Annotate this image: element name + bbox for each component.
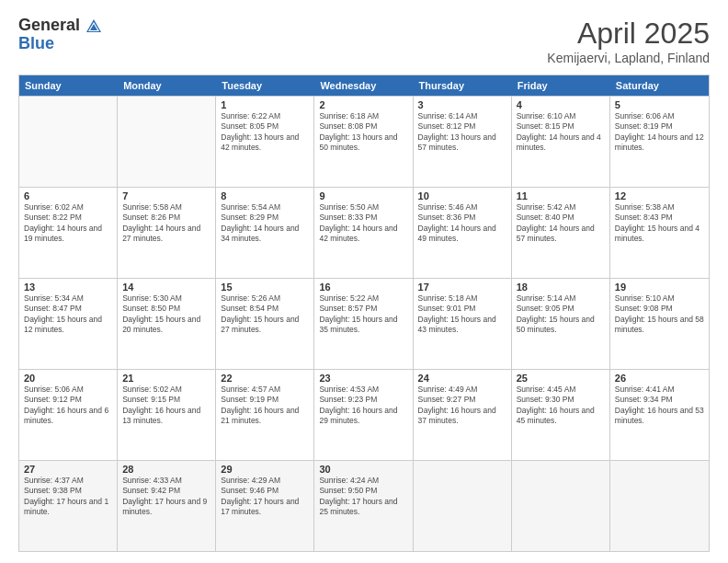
- day-number: 8: [221, 190, 309, 201]
- calendar-cell: 16Sunrise: 5:22 AMSunset: 8:57 PMDayligh…: [314, 279, 413, 369]
- calendar-cell: 9Sunrise: 5:50 AMSunset: 8:33 PMDaylight…: [314, 188, 413, 278]
- day-number: 10: [418, 190, 506, 201]
- calendar-cell: 2Sunrise: 6:18 AMSunset: 8:08 PMDaylight…: [314, 97, 413, 187]
- calendar-cell: 21Sunrise: 5:02 AMSunset: 9:15 PMDayligh…: [118, 370, 216, 460]
- cell-content: Sunrise: 5:02 AMSunset: 9:15 PMDaylight:…: [122, 385, 210, 427]
- cell-content: Sunrise: 5:54 AMSunset: 8:29 PMDaylight:…: [221, 202, 309, 245]
- calendar-cell: 19Sunrise: 5:10 AMSunset: 9:08 PMDayligh…: [610, 279, 709, 369]
- cell-content: Sunrise: 5:06 AMSunset: 9:12 PMDaylight:…: [24, 385, 112, 427]
- header-sunday: Sunday: [19, 75, 118, 96]
- day-number: 24: [418, 373, 506, 384]
- calendar-cell: 8Sunrise: 5:54 AMSunset: 8:29 PMDaylight…: [216, 188, 314, 278]
- day-number: 7: [122, 190, 210, 201]
- cell-content: Sunrise: 5:30 AMSunset: 8:50 PMDaylight:…: [122, 293, 210, 336]
- cell-content: Sunrise: 5:46 AMSunset: 8:36 PMDaylight:…: [418, 202, 506, 245]
- logo-general: General: [18, 17, 102, 35]
- logo-icon: [85, 17, 102, 34]
- day-number: 9: [319, 190, 407, 201]
- calendar-header: Sunday Monday Tuesday Wednesday Thursday…: [19, 75, 709, 96]
- day-number: 28: [122, 464, 210, 475]
- cell-content: Sunrise: 4:49 AMSunset: 9:27 PMDaylight:…: [418, 385, 506, 427]
- cell-content: Sunrise: 4:45 AMSunset: 9:30 PMDaylight:…: [517, 385, 605, 427]
- calendar-week-3: 13Sunrise: 5:34 AMSunset: 8:47 PMDayligh…: [19, 278, 709, 369]
- cell-content: Sunrise: 6:10 AMSunset: 8:15 PMDaylight:…: [517, 111, 605, 154]
- day-number: 2: [319, 99, 407, 110]
- day-number: 18: [517, 282, 605, 293]
- title-block: April 2025 Kemijaervi, Lapland, Finland: [547, 17, 710, 65]
- day-number: 21: [122, 373, 210, 384]
- day-number: 14: [122, 282, 210, 293]
- cell-content: Sunrise: 6:14 AMSunset: 8:12 PMDaylight:…: [418, 111, 506, 154]
- header-friday: Friday: [512, 75, 610, 96]
- day-number: 26: [615, 373, 704, 384]
- cell-content: Sunrise: 6:18 AMSunset: 8:08 PMDaylight:…: [319, 111, 407, 154]
- day-number: 23: [319, 373, 407, 384]
- day-number: 19: [615, 282, 704, 293]
- cell-content: Sunrise: 5:50 AMSunset: 8:33 PMDaylight:…: [319, 202, 407, 245]
- day-number: 30: [319, 464, 407, 475]
- day-number: 15: [221, 282, 309, 293]
- day-number: 27: [24, 464, 112, 475]
- cell-content: Sunrise: 5:22 AMSunset: 8:57 PMDaylight:…: [319, 293, 407, 336]
- calendar-cell: 4Sunrise: 6:10 AMSunset: 8:15 PMDaylight…: [512, 97, 610, 187]
- calendar-cell: 29Sunrise: 4:29 AMSunset: 9:46 PMDayligh…: [216, 461, 314, 551]
- cell-content: Sunrise: 5:38 AMSunset: 8:43 PMDaylight:…: [615, 202, 704, 245]
- page: General Blue April 2025 Kemijaervi, Lapl…: [0, 0, 728, 563]
- calendar-cell: 20Sunrise: 5:06 AMSunset: 9:12 PMDayligh…: [19, 370, 118, 460]
- calendar-cell: 1Sunrise: 6:22 AMSunset: 8:05 PMDaylight…: [216, 97, 314, 187]
- calendar-cell: 27Sunrise: 4:37 AMSunset: 9:38 PMDayligh…: [19, 461, 118, 551]
- cell-content: Sunrise: 4:57 AMSunset: 9:19 PMDaylight:…: [221, 385, 309, 427]
- calendar-cell: 7Sunrise: 5:58 AMSunset: 8:26 PMDaylight…: [118, 188, 216, 278]
- calendar-cell: 12Sunrise: 5:38 AMSunset: 8:43 PMDayligh…: [610, 188, 709, 278]
- cell-content: Sunrise: 5:10 AMSunset: 9:08 PMDaylight:…: [615, 293, 704, 336]
- calendar: Sunday Monday Tuesday Wednesday Thursday…: [18, 75, 710, 552]
- cell-content: Sunrise: 4:29 AMSunset: 9:46 PMDaylight:…: [221, 476, 309, 518]
- month-title: April 2025: [547, 17, 710, 51]
- cell-content: Sunrise: 5:18 AMSunset: 9:01 PMDaylight:…: [418, 293, 506, 336]
- cell-content: Sunrise: 6:06 AMSunset: 8:19 PMDaylight:…: [615, 111, 704, 154]
- calendar-cell: [512, 461, 610, 551]
- calendar-cell: 25Sunrise: 4:45 AMSunset: 9:30 PMDayligh…: [512, 370, 610, 460]
- cell-content: Sunrise: 4:33 AMSunset: 9:42 PMDaylight:…: [122, 476, 210, 518]
- calendar-cell: [610, 461, 709, 551]
- header: General Blue April 2025 Kemijaervi, Lapl…: [18, 17, 710, 65]
- calendar-cell: [19, 97, 118, 187]
- calendar-week-1: 1Sunrise: 6:22 AMSunset: 8:05 PMDaylight…: [19, 96, 709, 187]
- calendar-cell: 18Sunrise: 5:14 AMSunset: 9:05 PMDayligh…: [512, 279, 610, 369]
- location-title: Kemijaervi, Lapland, Finland: [547, 51, 710, 65]
- header-wednesday: Wednesday: [314, 75, 413, 96]
- logo-blue-text: Blue: [18, 35, 102, 53]
- cell-content: Sunrise: 6:02 AMSunset: 8:22 PMDaylight:…: [24, 202, 112, 245]
- day-number: 3: [418, 99, 506, 110]
- day-number: 17: [418, 282, 506, 293]
- day-number: 13: [24, 282, 112, 293]
- calendar-cell: 5Sunrise: 6:06 AMSunset: 8:19 PMDaylight…: [610, 97, 709, 187]
- calendar-cell: 24Sunrise: 4:49 AMSunset: 9:27 PMDayligh…: [414, 370, 512, 460]
- cell-content: Sunrise: 6:22 AMSunset: 8:05 PMDaylight:…: [221, 111, 309, 154]
- calendar-cell: 11Sunrise: 5:42 AMSunset: 8:40 PMDayligh…: [512, 188, 610, 278]
- day-number: 20: [24, 373, 112, 384]
- calendar-week-4: 20Sunrise: 5:06 AMSunset: 9:12 PMDayligh…: [19, 369, 709, 460]
- cell-content: Sunrise: 4:37 AMSunset: 9:38 PMDaylight:…: [24, 476, 112, 518]
- cell-content: Sunrise: 4:24 AMSunset: 9:50 PMDaylight:…: [319, 476, 407, 518]
- cell-content: Sunrise: 5:26 AMSunset: 8:54 PMDaylight:…: [221, 293, 309, 336]
- header-monday: Monday: [118, 75, 216, 96]
- day-number: 29: [221, 464, 309, 475]
- cell-content: Sunrise: 5:14 AMSunset: 9:05 PMDaylight:…: [517, 293, 605, 336]
- calendar-cell: 22Sunrise: 4:57 AMSunset: 9:19 PMDayligh…: [216, 370, 314, 460]
- day-number: 11: [517, 190, 605, 201]
- cell-content: Sunrise: 5:42 AMSunset: 8:40 PMDaylight:…: [517, 202, 605, 245]
- day-number: 25: [517, 373, 605, 384]
- day-number: 1: [221, 99, 309, 110]
- calendar-cell: 13Sunrise: 5:34 AMSunset: 8:47 PMDayligh…: [19, 279, 118, 369]
- logo: General Blue: [18, 17, 102, 53]
- calendar-cell: 30Sunrise: 4:24 AMSunset: 9:50 PMDayligh…: [314, 461, 413, 551]
- header-saturday: Saturday: [610, 75, 709, 96]
- calendar-cell: 23Sunrise: 4:53 AMSunset: 9:23 PMDayligh…: [314, 370, 413, 460]
- calendar-body: 1Sunrise: 6:22 AMSunset: 8:05 PMDaylight…: [19, 96, 709, 551]
- calendar-cell: 10Sunrise: 5:46 AMSunset: 8:36 PMDayligh…: [414, 188, 512, 278]
- calendar-cell: 14Sunrise: 5:30 AMSunset: 8:50 PMDayligh…: [118, 279, 216, 369]
- calendar-cell: 17Sunrise: 5:18 AMSunset: 9:01 PMDayligh…: [414, 279, 512, 369]
- calendar-cell: [414, 461, 512, 551]
- calendar-cell: 28Sunrise: 4:33 AMSunset: 9:42 PMDayligh…: [118, 461, 216, 551]
